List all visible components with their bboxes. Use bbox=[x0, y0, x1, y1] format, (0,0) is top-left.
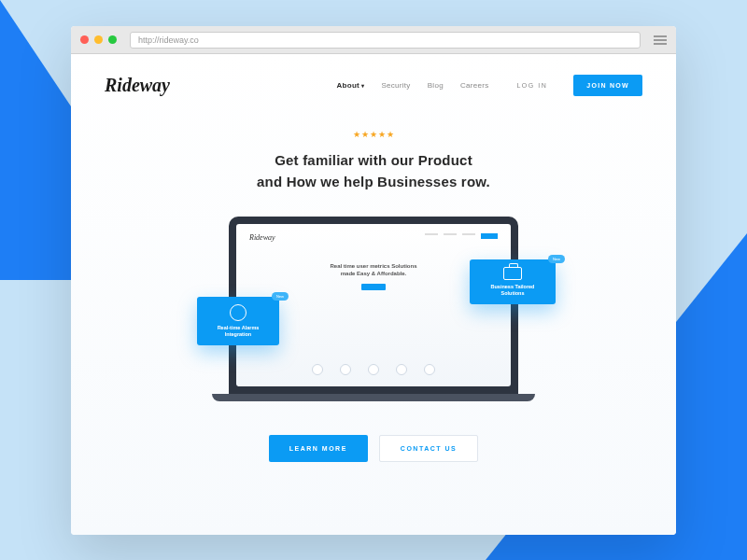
laptop-frame: Rideway Real time user metrics Solutions… bbox=[229, 217, 518, 394]
browser-window: http://rideway.co Rideway About▾ Securit… bbox=[71, 26, 676, 535]
window-minimize-icon[interactable] bbox=[94, 35, 103, 44]
nav-about[interactable]: About▾ bbox=[336, 81, 364, 90]
login-link[interactable]: LOG IN bbox=[516, 82, 547, 89]
mini-head-1: Real time user metrics Solutions bbox=[249, 262, 498, 270]
join-button[interactable]: JOIN NOW bbox=[573, 75, 642, 96]
feature-card-alarms: New Real-time Alarms Integration bbox=[197, 297, 279, 345]
chevron-down-icon: ▾ bbox=[361, 83, 364, 89]
window-close-icon[interactable] bbox=[80, 35, 89, 44]
hamburger-icon[interactable] bbox=[654, 35, 667, 45]
feature-card-business: New Business Tailored Solutions bbox=[470, 259, 556, 304]
learn-more-button[interactable]: LEARN MORE bbox=[269, 435, 368, 462]
node-icon bbox=[396, 364, 407, 375]
new-badge: New bbox=[272, 292, 289, 301]
node-icon bbox=[312, 364, 323, 375]
laptop-screen: Rideway Real time user metrics Solutions… bbox=[236, 224, 511, 386]
rating-stars-icon: ★★★★★ bbox=[105, 130, 642, 139]
page-content: Rideway About▾ Security Blog Careers LOG… bbox=[71, 54, 676, 535]
mini-head-2: made Easy & Affordable. bbox=[249, 270, 498, 277]
feature-title: Business Tailored Solutions bbox=[479, 284, 546, 297]
bell-icon bbox=[230, 304, 247, 321]
mini-cta bbox=[361, 284, 386, 290]
network-nodes bbox=[312, 364, 435, 375]
laptop-illustration: Rideway Real time user metrics Solutions… bbox=[105, 217, 642, 394]
brand-logo[interactable]: Rideway bbox=[105, 75, 170, 96]
mini-headline: Real time user metrics Solutions made Ea… bbox=[249, 262, 498, 278]
new-badge: New bbox=[548, 255, 565, 263]
node-icon bbox=[340, 364, 351, 375]
headline-line-1: Get familiar with our Product bbox=[105, 150, 642, 172]
nav-links: About▾ Security Blog Careers LOG IN JOIN… bbox=[336, 75, 642, 96]
main-nav: Rideway About▾ Security Blog Careers LOG… bbox=[105, 75, 642, 96]
nav-careers[interactable]: Careers bbox=[460, 81, 489, 90]
mini-nav bbox=[425, 233, 498, 239]
contact-us-button[interactable]: CONTACT US bbox=[379, 435, 478, 462]
browser-chrome: http://rideway.co bbox=[71, 26, 676, 54]
nav-security[interactable]: Security bbox=[381, 81, 410, 90]
node-icon bbox=[368, 364, 379, 375]
feature-title: Real-time Alarms Integration bbox=[206, 325, 270, 338]
hero-section: ★★★★★ Get familiar with our Product and … bbox=[105, 130, 642, 192]
briefcase-icon bbox=[503, 267, 522, 280]
node-icon bbox=[424, 364, 435, 375]
cta-row: LEARN MORE CONTACT US bbox=[105, 435, 642, 462]
hero-headline: Get familiar with our Product and How we… bbox=[105, 150, 642, 192]
headline-line-2: and How we help Businesses row. bbox=[105, 172, 642, 193]
window-maximize-icon[interactable] bbox=[108, 35, 117, 44]
url-bar[interactable]: http://rideway.co bbox=[130, 32, 641, 49]
nav-blog[interactable]: Blog bbox=[428, 81, 444, 90]
